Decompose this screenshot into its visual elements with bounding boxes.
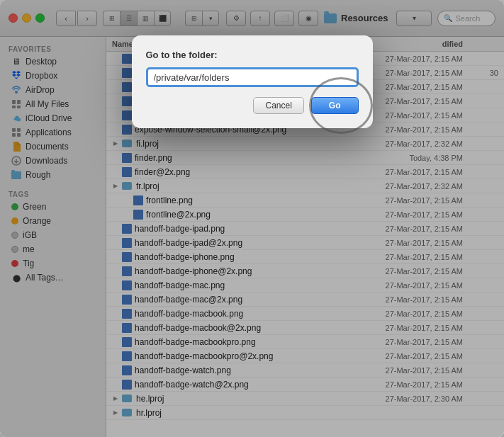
goto-folder-input[interactable] bbox=[146, 67, 359, 87]
modal-title: Go to the folder: bbox=[146, 50, 359, 60]
cancel-button[interactable]: Cancel bbox=[253, 97, 303, 114]
modal-buttons: Cancel Go bbox=[146, 97, 359, 114]
modal-overlay: Go to the folder: Cancel Go bbox=[0, 0, 504, 437]
goto-folder-modal: Go to the folder: Cancel Go bbox=[132, 35, 373, 128]
finder-window: ‹ › ⊞ ☰ ▥ ⬛ ⊞ ▾ ⚙ ↑ ⬜ ◉ Resources bbox=[0, 0, 504, 437]
go-button[interactable]: Go bbox=[311, 97, 359, 114]
